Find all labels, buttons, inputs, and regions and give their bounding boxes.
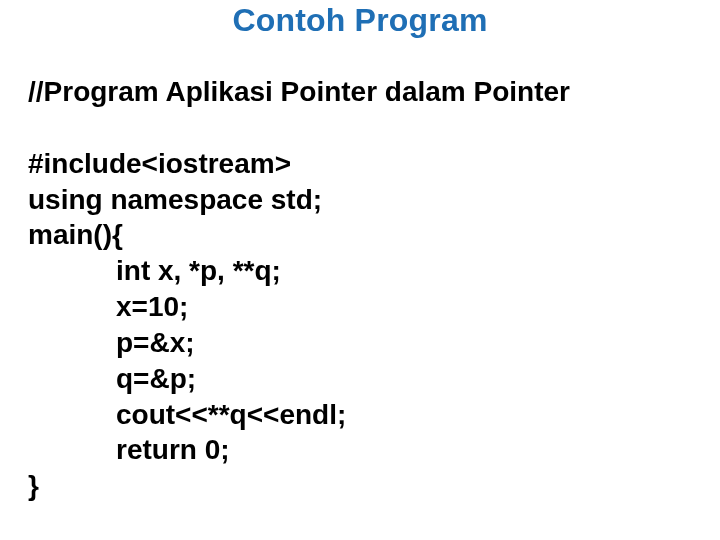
blank-line xyxy=(28,110,692,146)
slide-title: Contoh Program xyxy=(0,2,720,39)
code-line: using namespace std; xyxy=(28,182,692,218)
code-line-indent: cout<<**q<<endl; xyxy=(28,397,692,433)
slide: Contoh Program //Program Aplikasi Pointe… xyxy=(0,0,720,540)
code-line-indent: p=&x; xyxy=(28,325,692,361)
code-block: //Program Aplikasi Pointer dalam Pointer… xyxy=(28,74,692,504)
code-line-indent: return 0; xyxy=(28,432,692,468)
code-line: #include<iostream> xyxy=(28,146,692,182)
code-line-indent: q=&p; xyxy=(28,361,692,397)
code-line: main(){ xyxy=(28,217,692,253)
code-line: } xyxy=(28,468,692,504)
code-line-indent: int x, *p, **q; xyxy=(28,253,692,289)
code-line-indent: x=10; xyxy=(28,289,692,325)
code-comment: //Program Aplikasi Pointer dalam Pointer xyxy=(28,74,692,110)
